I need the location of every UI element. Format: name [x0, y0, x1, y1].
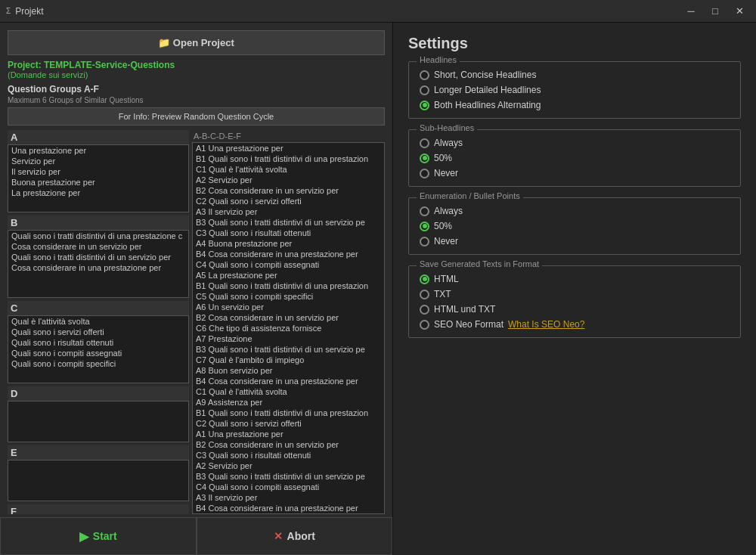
list-item[interactable]: B1 Quali sono i tratti distintivi di una…	[193, 408, 384, 418]
maximize-button[interactable]: □	[705, 4, 726, 19]
list-item[interactable]: C6 Che tipo di assistenza fornisce	[193, 323, 384, 333]
group-listbox-D[interactable]	[8, 401, 189, 442]
abort-button[interactable]: ✕ Abort	[197, 517, 393, 555]
list-item[interactable]: Quali sono i tratti distintivi di una pr…	[8, 231, 188, 241]
list-item[interactable]: Qual è l'attività svolta	[8, 316, 188, 327]
radio-circle	[420, 206, 429, 216]
question-groups-sub: Maximum 6 Groups of Similar Questions	[0, 96, 392, 107]
group-listbox-C[interactable]: Qual è l'attività svoltaQuali sono i ser…	[8, 315, 189, 383]
list-item[interactable]: B3 Quali sono i tratti distintivi di un …	[193, 217, 384, 228]
list-item[interactable]: B2 Cosa considerare in un servizio per	[193, 312, 384, 323]
group-label-C: C	[8, 301, 189, 315]
radio-option-2[interactable]: Never	[420, 168, 730, 178]
list-item[interactable]: A1 Una prestazione per	[193, 429, 384, 439]
list-item[interactable]: Quali sono i servizi offerti	[8, 327, 188, 337]
list-item[interactable]: A2 Servizio per	[193, 175, 384, 185]
groups-left: AUna prestazione perServizio perIl servi…	[8, 130, 189, 514]
seo-neo-link[interactable]: What Is SEO Neo?	[508, 319, 584, 330]
list-item[interactable]: B1 Quali sono i tratti distintivi di una…	[193, 281, 384, 291]
list-item[interactable]: A2 Servizio per	[193, 460, 384, 471]
start-button[interactable]: ▶ Start	[0, 517, 197, 555]
group-listbox-B[interactable]: Quali sono i tratti distintivi di una pr…	[8, 230, 189, 298]
groups-right-list[interactable]: A1 Una prestazione perB1 Quali sono i tr…	[192, 142, 385, 514]
radio-label: Both Headlines Alternating	[434, 100, 541, 110]
list-item[interactable]: C5 Quali sono i compiti specifici	[193, 291, 384, 302]
list-item[interactable]: B1 Quali sono i tratti distintivi di una…	[193, 153, 384, 164]
list-item[interactable]: C3 Quali sono i risultati ottenuti	[193, 450, 384, 460]
list-item[interactable]: Quali sono i tratti distintivi di un ser…	[8, 252, 188, 262]
list-item[interactable]: Cosa considerare in una prestazione per	[8, 262, 188, 273]
group-listbox-E[interactable]	[8, 460, 189, 501]
list-item[interactable]: A3 Il servizio per	[193, 206, 384, 217]
list-item[interactable]: A7 Prestazione	[193, 333, 384, 344]
list-item[interactable]: B4 Cosa considerare in una prestazione p…	[193, 249, 384, 259]
right-panel: Settings Headlines Short, Concise Headli…	[393, 23, 756, 555]
list-item[interactable]: A5 La prestazione per	[193, 270, 384, 281]
list-item[interactable]: C1 Qual è l'attività svolta	[193, 386, 384, 397]
list-item[interactable]: B4 Cosa considerare in una prestazione p…	[193, 376, 384, 386]
list-item[interactable]: C7 Qual è l'ambito di impiego	[193, 355, 384, 365]
group-listbox-A[interactable]: Una prestazione perServizio perIl serviz…	[8, 144, 189, 212]
radio-option-2[interactable]: Never	[420, 236, 730, 246]
list-item[interactable]: Servizio per	[8, 156, 188, 166]
list-item[interactable]: Una prestazione per	[8, 145, 188, 156]
list-item[interactable]: Buona prestazione per	[8, 177, 188, 188]
list-item[interactable]: A8 Buon servizio per	[193, 365, 384, 376]
radio-option-2[interactable]: HTML und TXT	[420, 304, 730, 315]
list-item[interactable]: C3 Quali sono i risultati ottenuti	[193, 228, 384, 238]
radio-circle	[420, 320, 429, 330]
list-item[interactable]: C1 Qual è l'attività svolta	[193, 164, 384, 175]
window-controls: ─ □ ✕	[680, 4, 750, 19]
list-item[interactable]: C4 Quali sono i compiti assegnati	[193, 259, 384, 270]
group-D: D	[8, 386, 189, 442]
groups-right-header: A-B-C-D-E-F	[192, 130, 385, 142]
list-item[interactable]: A1 Una prestazione per	[193, 143, 384, 153]
radio-option-1[interactable]: TXT	[420, 289, 730, 299]
radio-option-3[interactable]: SEO Neo FormatWhat Is SEO Neo?	[420, 319, 730, 330]
list-item[interactable]: C2 Quali sono i servizi offerti	[193, 196, 384, 206]
radio-option-0[interactable]: HTML	[420, 274, 730, 284]
titlebar: Σ Projekt ─ □ ✕	[0, 0, 756, 23]
group-label-D: D	[8, 386, 189, 401]
list-item[interactable]: Il servizio per	[8, 166, 188, 177]
radio-option-0[interactable]: Always	[420, 206, 730, 216]
list-item[interactable]: C4 Quali sono i compiti assegnati	[193, 482, 384, 492]
list-item[interactable]: B4 Cosa considerare in una prestazione p…	[193, 503, 384, 513]
group-label-F: F	[8, 504, 189, 514]
list-item[interactable]: Cosa considerare in un servizio per	[8, 241, 188, 252]
bottom-buttons: ▶ Start ✕ Abort	[0, 517, 392, 555]
list-item[interactable]: A6 Un servizio per	[193, 302, 384, 312]
headlines-legend: Headlines	[417, 55, 460, 64]
radio-label: Never	[434, 168, 458, 178]
radio-option-1[interactable]: 50%	[420, 153, 730, 163]
enumeration-section: Enumeration / Bullet Points Always50%Nev…	[408, 197, 741, 255]
list-item[interactable]: Quali sono i risultati ottenuti	[8, 337, 188, 348]
close-button[interactable]: ✕	[729, 4, 750, 19]
group-E: E	[8, 445, 189, 501]
list-item[interactable]: B2 Cosa considerare in un servizio per	[193, 439, 384, 450]
list-item[interactable]: Quali sono i compiti specifici	[8, 358, 188, 369]
list-item[interactable]: La prestazione per	[8, 188, 188, 198]
radio-circle	[420, 101, 429, 110]
enumeration-legend: Enumeration / Bullet Points	[417, 191, 523, 200]
radio-option-0[interactable]: Always	[420, 138, 730, 148]
list-item[interactable]: A3 Il servizio per	[193, 492, 384, 503]
list-item[interactable]: B3 Quali sono i tratti distintivi di un …	[193, 471, 384, 482]
app-icon: Σ	[6, 7, 11, 15]
list-item[interactable]: B3 Quali sono i tratti distintivi di un …	[193, 344, 384, 355]
list-item[interactable]: C2 Quali sono i servizi offerti	[193, 418, 384, 429]
minimize-button[interactable]: ─	[680, 4, 702, 19]
list-item[interactable]: B2 Cosa considerare in un servizio per	[193, 185, 384, 196]
list-item[interactable]: C5 Quali sono i compiti specifici	[193, 513, 384, 514]
radio-circle	[420, 70, 429, 80]
list-item[interactable]: A9 Assistenza per	[193, 397, 384, 408]
open-project-button[interactable]: 📁 Open Project	[8, 30, 385, 55]
radio-option-0[interactable]: Short, Concise Headlines	[420, 70, 730, 80]
list-item[interactable]: Quali sono i compiti assegnati	[8, 348, 188, 358]
preview-button[interactable]: For Info: Preview Random Question Cycle	[8, 107, 385, 126]
radio-option-1[interactable]: 50%	[420, 221, 730, 231]
radio-option-1[interactable]: Longer Detailed Headlines	[420, 85, 730, 95]
radio-label: 50%	[434, 153, 452, 163]
radio-option-2[interactable]: Both Headlines Alternating	[420, 100, 730, 110]
list-item[interactable]: A4 Buona prestazione per	[193, 238, 384, 249]
